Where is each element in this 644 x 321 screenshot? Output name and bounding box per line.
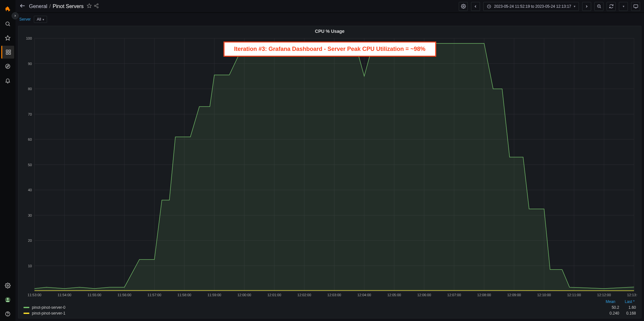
svg-text:12:07:00: 12:07:00 [447,293,461,297]
svg-text:70: 70 [28,112,32,116]
zoom-out-icon[interactable] [594,2,603,11]
legend-row[interactable]: pinot-pinot-server-050.21.60 [24,305,636,310]
svg-text:11:59:00: 11:59:00 [207,293,221,297]
legend-row[interactable]: pinot-pinot-server-10.2400.168 [24,310,636,316]
svg-point-13 [8,315,8,315]
svg-text:12:12:00: 12:12:00 [597,293,611,297]
svg-point-18 [97,7,98,8]
svg-text:12:13:00: 12:13:00 [627,293,637,297]
svg-line-24 [600,7,601,8]
svg-marker-15 [87,4,91,8]
svg-text:11:54:00: 11:54:00 [58,293,72,297]
svg-text:11:57:00: 11:57:00 [148,293,161,297]
legend-value-last: 0.168 [622,311,636,316]
svg-point-21 [463,6,464,7]
time-back-button[interactable] [471,2,480,11]
svg-text:11:58:00: 11:58:00 [178,293,191,297]
time-range-picker[interactable]: 2023-05-24 11:52:19 to 2023-05-24 12:13:… [483,2,579,11]
svg-rect-6 [9,53,10,54]
chevron-down-icon: ▾ [574,5,575,8]
svg-line-1 [9,25,10,26]
svg-rect-4 [9,50,10,52]
svg-text:100: 100 [26,36,32,40]
annotation-overlay: Iteration #3: Grafana Dashboard - Server… [223,42,436,57]
legend-series-name: pinot-pinot-server-1 [32,311,65,316]
svg-text:12:09:00: 12:09:00 [507,293,521,297]
topbar: General / Pinot Servers 2023 [15,0,644,13]
help-icon[interactable] [1,307,14,320]
svg-text:12:01:00: 12:01:00 [267,293,281,297]
svg-point-0 [6,22,9,25]
svg-point-11 [7,298,9,300]
svg-text:11:55:00: 11:55:00 [88,293,101,297]
share-icon[interactable] [94,3,99,9]
variable-label: Server [19,17,31,22]
svg-text:40: 40 [28,188,32,192]
chart-panel: CPU % Usage Iteration #3: Grafana Dashbo… [18,26,641,318]
svg-text:60: 60 [28,137,32,141]
legend-header-cell[interactable]: Last * [620,299,635,304]
svg-point-17 [94,5,96,6]
chart-area[interactable]: Iteration #3: Grafana Dashboard - Server… [18,36,641,299]
legend-swatch [24,307,29,308]
variable-bar: Server All ▾ [15,13,644,26]
svg-rect-3 [6,50,8,52]
svg-line-19 [96,6,97,7]
svg-marker-8 [7,65,9,67]
legend-value-mean: 50.2 [605,305,619,310]
variable-value: All [37,17,41,22]
svg-rect-26 [634,5,638,8]
dashboard-settings-icon[interactable] [459,2,468,11]
alerting-icon[interactable] [1,74,14,87]
svg-text:80: 80 [28,87,32,91]
variable-select[interactable]: All ▾ [34,16,47,23]
svg-text:11:56:00: 11:56:00 [118,293,131,297]
svg-point-9 [7,285,9,287]
time-forward-button[interactable] [582,2,591,11]
star-icon[interactable] [1,32,14,44]
legend-series-name: pinot-pinot-server-0 [32,305,65,310]
svg-text:90: 90 [28,62,32,66]
svg-text:12:03:00: 12:03:00 [327,293,341,297]
legend-value-last: 1.60 [622,305,636,310]
explore-icon[interactable] [1,60,14,73]
svg-marker-2 [5,36,10,40]
tv-mode-icon[interactable] [631,2,640,11]
svg-text:12:05:00: 12:05:00 [387,293,401,297]
chevron-down-icon: ▾ [43,18,44,21]
svg-text:10: 10 [28,264,32,268]
svg-text:12:10:00: 12:10:00 [537,293,551,297]
refresh-interval-dropdown[interactable]: ▾ [619,2,628,11]
legend-header-cell[interactable]: Mean [601,299,615,304]
clock-icon [487,4,491,9]
svg-text:30: 30 [28,213,32,217]
dashboards-icon[interactable] [1,46,14,59]
legend: MeanLast * pinot-pinot-server-050.21.60p… [18,299,641,318]
svg-line-20 [96,5,97,5]
breadcrumb-separator: / [49,4,51,9]
refresh-icon[interactable] [607,2,616,11]
svg-text:12:06:00: 12:06:00 [417,293,431,297]
svg-text:50: 50 [28,163,32,167]
legend-swatch [24,313,29,314]
svg-point-7 [5,64,10,69]
search-icon[interactable] [1,17,14,30]
panel-title[interactable]: CPU % Usage [18,26,641,36]
svg-text:12:02:00: 12:02:00 [297,293,311,297]
profile-icon[interactable] [1,293,14,306]
svg-text:12:04:00: 12:04:00 [357,293,371,297]
svg-text:11:53:00: 11:53:00 [28,293,42,297]
breadcrumb-folder[interactable]: General [29,4,47,9]
favorite-star-icon[interactable] [87,3,92,9]
svg-rect-5 [6,53,8,54]
svg-text:12:00:00: 12:00:00 [237,293,251,297]
legend-value-mean: 0.240 [605,311,619,316]
svg-point-16 [97,4,98,5]
breadcrumb-dashboard[interactable]: Pinot Servers [53,4,83,9]
configuration-icon[interactable] [1,279,14,292]
left-sidebar [0,0,15,321]
svg-text:20: 20 [28,239,32,242]
expand-sidebar-button[interactable] [12,12,19,19]
time-range-text: 2023-05-24 11:52:19 to 2023-05-24 12:13:… [494,4,571,9]
back-button[interactable] [19,3,26,10]
